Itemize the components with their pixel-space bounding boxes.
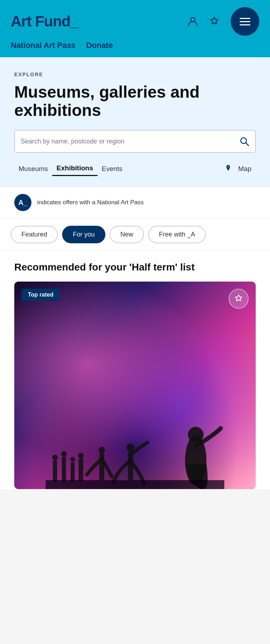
- svg-rect-7: [62, 457, 66, 482]
- wishlist-button[interactable]: [229, 289, 249, 309]
- top-rated-badge: Top rated: [21, 289, 60, 301]
- pill-new[interactable]: New: [110, 226, 144, 243]
- site-logo[interactable]: Art Fund_: [11, 14, 78, 29]
- explore-section: EXPLORE Museums, galleries and exhibitio…: [0, 57, 270, 187]
- menu-line-2: [240, 21, 250, 22]
- silhouettes-image: [14, 418, 256, 489]
- recommendations-title: Recommended for your 'Half term' list: [14, 262, 256, 273]
- pill-free-with-a[interactable]: Free with _A: [148, 226, 206, 243]
- svg-point-12: [78, 453, 84, 459]
- tab-events[interactable]: Events: [98, 162, 127, 176]
- wishlist-star-icon: [234, 294, 244, 304]
- tab-exhibitions[interactable]: Exhibitions: [52, 161, 97, 176]
- search-input[interactable]: [21, 138, 239, 145]
- card-image: [14, 282, 256, 489]
- search-bar: [14, 130, 256, 153]
- svg-rect-11: [79, 459, 83, 482]
- svg-line-2: [246, 143, 249, 146]
- art-pass-indicator: A_ indicates offers with a National Art …: [0, 187, 270, 219]
- featured-card: Top rated: [14, 282, 256, 489]
- svg-point-14: [99, 447, 105, 453]
- menu-line-3: [240, 24, 250, 25]
- svg-point-4: [188, 427, 204, 443]
- art-pass-description: indicates offers with a National Art Pas…: [37, 199, 144, 206]
- category-pills: Featured For you New Free with _A: [0, 219, 270, 251]
- tab-museums[interactable]: Museums: [14, 162, 52, 176]
- national-art-pass-link[interactable]: National Art Pass: [11, 41, 75, 50]
- map-pin-icon: [225, 164, 232, 173]
- site-header: Art Fund_ National Art Pass Donate: [0, 0, 270, 57]
- pill-for-you[interactable]: For you: [62, 226, 105, 243]
- tab-map[interactable]: Map: [234, 162, 256, 176]
- header-icons: [185, 7, 259, 36]
- bookmark-icon-button[interactable]: [206, 14, 222, 29]
- donate-link[interactable]: Donate: [86, 41, 113, 50]
- pill-featured[interactable]: Featured: [11, 226, 58, 243]
- search-button[interactable]: [239, 136, 249, 146]
- art-pass-badge-text: A_: [18, 199, 28, 207]
- svg-rect-9: [71, 462, 75, 482]
- svg-point-10: [70, 457, 75, 462]
- header-top: Art Fund_: [0, 0, 270, 39]
- svg-rect-5: [53, 460, 57, 482]
- explore-label: EXPLORE: [14, 72, 256, 77]
- svg-rect-17: [46, 480, 224, 489]
- menu-line-1: [240, 18, 250, 19]
- art-pass-badge: A_: [14, 194, 31, 211]
- svg-point-8: [61, 451, 67, 457]
- header-nav: National Art Pass Donate: [0, 39, 270, 57]
- explore-title: Museums, galleries and exhibitions: [14, 83, 256, 119]
- recommendations-section: Recommended for your 'Half term' list: [0, 251, 270, 489]
- tab-map-container: Map: [225, 162, 256, 176]
- user-icon-button[interactable]: [185, 14, 201, 29]
- menu-button[interactable]: [231, 7, 259, 36]
- svg-point-6: [52, 455, 58, 460]
- filter-tabs: Museums Exhibitions Events Map: [14, 161, 256, 176]
